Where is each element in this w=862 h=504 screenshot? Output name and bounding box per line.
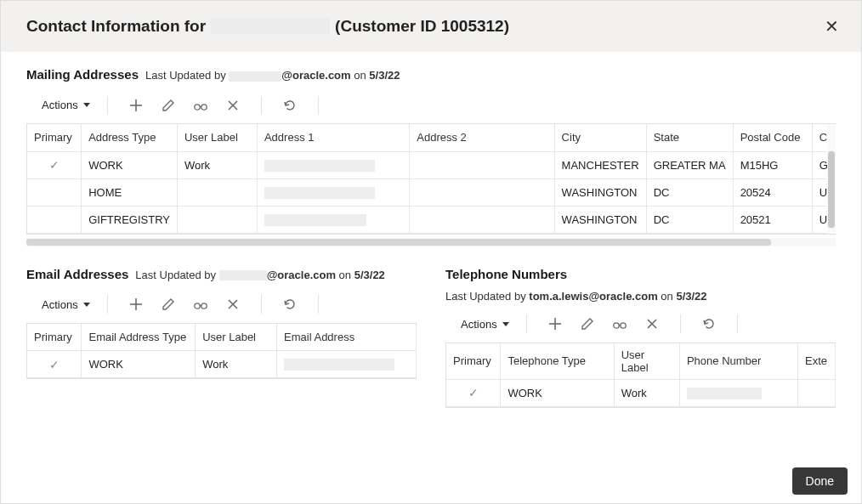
phone-title: Telephone Numbers bbox=[445, 267, 567, 281]
contact-info-dialog: Contact Information for (Customer ID 100… bbox=[0, 0, 862, 504]
dialog-footer: Done bbox=[1, 459, 861, 503]
phone-section: Telephone Numbers Last Updated by tom.a.… bbox=[445, 267, 836, 408]
table-row[interactable]: HOME WASHINGTON DC 20524 U bbox=[27, 178, 836, 206]
mailing-toolbar: Actions bbox=[26, 90, 836, 123]
refresh-icon[interactable] bbox=[701, 316, 717, 331]
caret-down-icon bbox=[83, 103, 90, 107]
view-icon[interactable] bbox=[612, 316, 627, 331]
mailing-actions-menu[interactable]: Actions bbox=[37, 95, 95, 115]
email-redacted bbox=[284, 359, 394, 371]
edit-icon[interactable] bbox=[161, 98, 176, 113]
addr1-redacted bbox=[264, 187, 375, 199]
title-prefix: Contact Information for bbox=[26, 17, 206, 36]
col-address2[interactable]: Address 2 bbox=[410, 124, 554, 151]
col-email-type[interactable]: Email Address Type bbox=[82, 324, 196, 351]
email-updater-redacted bbox=[219, 270, 267, 280]
add-icon[interactable] bbox=[547, 316, 563, 331]
col-postal[interactable]: Postal Code bbox=[733, 124, 812, 151]
refresh-icon[interactable] bbox=[282, 98, 298, 113]
phone-redacted bbox=[687, 388, 762, 399]
email-last-updated: Last Updated by @oracle.com on 5/3/22 bbox=[135, 269, 385, 281]
refresh-icon[interactable] bbox=[282, 297, 298, 312]
dialog-body: Mailing Addresses Last Updated by @oracl… bbox=[1, 52, 861, 459]
col-primary[interactable]: Primary bbox=[27, 124, 82, 151]
close-icon[interactable]: ✕ bbox=[821, 14, 842, 38]
col-primary[interactable]: Primary bbox=[446, 343, 501, 380]
view-icon[interactable] bbox=[193, 297, 208, 312]
col-primary[interactable]: Primary bbox=[27, 324, 82, 351]
addr1-redacted bbox=[264, 214, 366, 226]
col-ext-cut[interactable]: Exte bbox=[797, 343, 835, 380]
email-toolbar: Actions bbox=[26, 290, 417, 323]
phone-table: Primary Telephone Type User Label Phone … bbox=[445, 343, 836, 408]
table-row[interactable]: ✓ WORK Work MANCHESTER GREATER MA M15HG … bbox=[27, 151, 836, 178]
mailing-title: Mailing Addresses bbox=[26, 67, 139, 82]
dialog-title: Contact Information for (Customer ID 100… bbox=[26, 17, 509, 36]
mailing-table: Primary Address Type User Label Address … bbox=[26, 123, 836, 235]
email-actions-menu[interactable]: Actions bbox=[37, 295, 95, 314]
table-row[interactable]: GIFTREGISTRY WASHINGTON DC 20521 U bbox=[27, 206, 836, 233]
col-phone-type[interactable]: Telephone Type bbox=[501, 343, 614, 380]
edit-icon[interactable] bbox=[580, 316, 595, 331]
phone-toolbar: Actions bbox=[445, 309, 836, 343]
phone-actions-menu[interactable]: Actions bbox=[456, 314, 514, 334]
customer-name-redacted bbox=[211, 19, 330, 34]
horizontal-scrollbar[interactable] bbox=[26, 238, 836, 246]
mailing-section: Mailing Addresses Last Updated by @oracl… bbox=[26, 67, 836, 246]
add-icon[interactable] bbox=[128, 297, 144, 312]
primary-check-icon: ✓ bbox=[34, 358, 74, 371]
col-city[interactable]: City bbox=[554, 124, 646, 151]
col-address-type[interactable]: Address Type bbox=[82, 124, 178, 151]
email-title: Email Addresses bbox=[26, 267, 128, 281]
delete-icon[interactable] bbox=[225, 98, 241, 113]
dialog-header: Contact Information for (Customer ID 100… bbox=[1, 1, 861, 52]
caret-down-icon bbox=[502, 322, 509, 326]
table-row[interactable]: ✓ WORK Work bbox=[446, 379, 836, 406]
phone-last-updated: Last Updated by tom.a.lewis@oracle.com o… bbox=[445, 290, 836, 303]
col-phone-number[interactable]: Phone Number bbox=[679, 343, 797, 380]
view-icon[interactable] bbox=[193, 98, 208, 113]
add-icon[interactable] bbox=[128, 98, 144, 113]
mailing-updater-redacted bbox=[229, 71, 281, 82]
email-section: Email Addresses Last Updated by @oracle.… bbox=[26, 267, 417, 380]
delete-icon[interactable] bbox=[225, 297, 241, 312]
col-state[interactable]: State bbox=[646, 124, 733, 151]
email-table: Primary Email Address Type User Label Em… bbox=[26, 323, 417, 380]
edit-icon[interactable] bbox=[161, 297, 176, 312]
title-suffix: (Customer ID 1005312) bbox=[335, 17, 509, 36]
lower-row: Email Addresses Last Updated by @oracle.… bbox=[26, 267, 836, 408]
col-user-label[interactable]: User Label bbox=[614, 343, 679, 380]
primary-check-icon: ✓ bbox=[34, 158, 74, 172]
addr1-redacted bbox=[264, 160, 375, 172]
primary-check-icon: ✓ bbox=[453, 386, 493, 399]
done-button[interactable]: Done bbox=[792, 467, 848, 495]
col-email-address[interactable]: Email Address bbox=[277, 324, 417, 351]
col-address1[interactable]: Address 1 bbox=[257, 124, 409, 151]
mailing-last-updated: Last Updated by @oracle.com on 5/3/22 bbox=[145, 69, 400, 82]
vertical-scrollbar[interactable] bbox=[827, 124, 836, 234]
table-row[interactable]: ✓ WORK Work bbox=[27, 351, 417, 378]
col-user-label[interactable]: User Label bbox=[196, 324, 277, 351]
col-user-label[interactable]: User Label bbox=[177, 124, 257, 151]
caret-down-icon bbox=[83, 303, 90, 307]
delete-icon[interactable] bbox=[644, 316, 660, 331]
